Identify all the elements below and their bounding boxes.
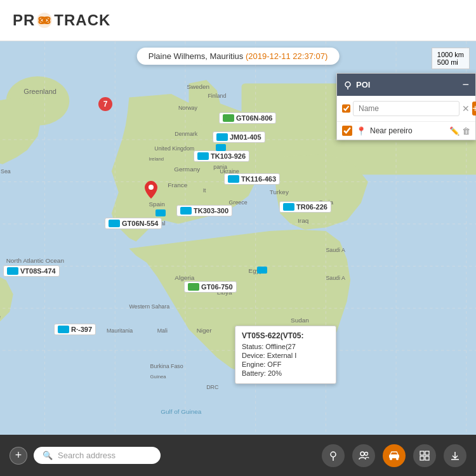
logo-icon xyxy=(36,12,53,29)
location-text: Plaine Wilhems, Mauritius xyxy=(149,51,244,61)
svg-point-70 xyxy=(396,458,399,460)
svg-text:pania: pania xyxy=(213,164,227,171)
svg-text:North Atlantic Ocean: North Atlantic Ocean xyxy=(6,257,64,264)
vehicle-label-JM01-405[interactable]: JM01-405 xyxy=(213,131,265,143)
svg-text:Labrador Sea: Labrador Sea xyxy=(0,168,11,175)
map-area[interactable]: Greenland Sweden Norway Denmark United K… xyxy=(0,41,476,435)
vehicle-label-GT06N-806[interactable]: GT06N-806 xyxy=(219,112,276,124)
svg-text:It: It xyxy=(203,187,206,194)
zoom-in-button[interactable]: + xyxy=(10,447,27,465)
popup-battery: Battery: 20% xyxy=(242,369,329,377)
svg-text:Finland: Finland xyxy=(208,93,226,99)
location-pin-button[interactable] xyxy=(322,444,345,467)
svg-text:Gulf of Guinea: Gulf of Guinea xyxy=(161,408,202,415)
bottom-left-controls: + 🔍 Search address xyxy=(10,447,161,465)
map-cluster-badge[interactable]: 7 xyxy=(98,97,112,111)
poi-add-button[interactable]: + xyxy=(472,102,476,116)
vehicle-icon xyxy=(228,175,239,183)
svg-text:Saudi A: Saudi A xyxy=(326,247,345,253)
svg-text:United Kingdom: United Kingdom xyxy=(154,145,194,152)
scale-mi: 500 mi xyxy=(437,58,464,66)
search-icon: 🔍 xyxy=(43,451,53,460)
svg-text:Germany: Germany xyxy=(174,166,200,173)
svg-text:Denmark: Denmark xyxy=(175,131,197,137)
svg-point-64 xyxy=(331,452,336,457)
vehicle-label-GT06N-554[interactable]: GT06N-554 xyxy=(105,218,162,229)
poi-item-text: Near pereiro xyxy=(370,126,446,135)
vehicle-info-popup: VT05S-622(VT05: Status: Offline(27 Devic… xyxy=(235,326,336,384)
vehicle-dot-vt05 xyxy=(257,267,267,274)
popup-device: Device: External I xyxy=(242,352,329,359)
poi-pin-icon: 📍 xyxy=(356,126,366,136)
download-button[interactable] xyxy=(444,444,466,467)
vehicle-label-TR06-226[interactable]: TR06-226 xyxy=(279,201,331,213)
svg-text:Algeria: Algeria xyxy=(175,274,194,281)
vehicle-icon xyxy=(188,283,199,291)
svg-text:Niger: Niger xyxy=(197,327,212,334)
svg-point-3 xyxy=(43,18,46,22)
popup-status: Status: Offline(27 xyxy=(242,343,329,350)
vehicle-label-VT08S-474[interactable]: VT08S-474 xyxy=(3,265,60,277)
svg-text:Western Sahara: Western Sahara xyxy=(129,303,169,310)
popup-title: VT05S-622(VT05: xyxy=(242,331,329,340)
vehicle-icon xyxy=(197,152,209,160)
vehicle-label-TK303-300[interactable]: TK303-300 xyxy=(176,205,232,216)
svg-rect-71 xyxy=(420,451,424,455)
svg-text:Spain: Spain xyxy=(149,201,164,208)
poi-header: POI − xyxy=(337,74,475,96)
poi-item-near-pereiro[interactable]: 📍 Near pereiro ✏️ 🗑 xyxy=(337,121,475,140)
svg-text:Burkina Faso: Burkina Faso xyxy=(150,363,183,369)
vehicle-icon xyxy=(58,326,69,333)
poi-minimize-button[interactable]: − xyxy=(462,78,469,91)
poi-delete-button[interactable]: 🗑 xyxy=(462,126,470,136)
location-bar: Plaine Wilhems, Mauritius (2019-12-11 22… xyxy=(137,48,340,65)
scale-km: 1000 km xyxy=(437,51,464,58)
svg-rect-74 xyxy=(425,456,429,460)
group-icon xyxy=(358,450,369,461)
poi-edit-button[interactable]: ✏️ xyxy=(449,126,459,136)
svg-point-7 xyxy=(143,133,155,150)
vehicle-icon xyxy=(223,114,234,122)
map-scale: 1000 km 500 mi xyxy=(432,48,470,69)
svg-text:Greenland: Greenland xyxy=(23,88,56,95)
svg-text:DRC: DRC xyxy=(206,384,219,390)
poi-all-checkbox[interactable] xyxy=(342,103,350,114)
car-button[interactable] xyxy=(383,444,406,467)
svg-text:Suriname: Suriname xyxy=(0,314,1,320)
group-button[interactable] xyxy=(352,444,375,467)
svg-point-61 xyxy=(149,185,154,190)
poi-search-input[interactable] xyxy=(353,101,459,116)
poi-title: POI xyxy=(356,80,370,89)
svg-text:France: France xyxy=(168,182,187,188)
svg-text:Greece: Greece xyxy=(229,199,248,206)
svg-text:Mali: Mali xyxy=(157,327,168,334)
svg-text:Saudi A: Saudi A xyxy=(326,275,345,281)
svg-point-66 xyxy=(360,452,364,456)
bottom-bar: + 🔍 Search address xyxy=(0,435,476,476)
poi-item-checkbox[interactable] xyxy=(342,126,352,136)
grid-button[interactable] xyxy=(413,444,436,467)
vehicle-icon xyxy=(283,203,294,211)
vehicle-label-R397[interactable]: R·-397 xyxy=(54,324,96,335)
logo-track-text: TRACK xyxy=(54,11,110,29)
app-header: PR TRACK xyxy=(0,0,476,41)
svg-text:Guinea: Guinea xyxy=(150,374,167,380)
popup-engine: Engine: OFF xyxy=(242,360,329,368)
vehicle-label-GT06-750[interactable]: GT06-750 xyxy=(184,281,237,293)
svg-text:Sudan: Sudan xyxy=(291,317,309,324)
poi-item-actions: ✏️ 🗑 xyxy=(449,126,470,136)
poi-clear-button[interactable]: ✕ xyxy=(462,103,470,114)
svg-rect-73 xyxy=(420,456,424,460)
vehicle-label-TK103-926[interactable]: TK103-926 xyxy=(194,150,249,162)
vehicle-dot-2 xyxy=(216,144,226,151)
svg-text:Ireland: Ireland xyxy=(149,156,164,162)
location-datetime: (2019-12-11 22:37:07) xyxy=(246,51,327,61)
vehicle-dot-1 xyxy=(155,209,166,216)
vehicle-label-TK116-463[interactable]: TK116-463 xyxy=(224,173,280,185)
logo-pro-text: PR xyxy=(13,11,35,29)
svg-text:Iraq: Iraq xyxy=(298,217,308,224)
search-bar[interactable]: 🔍 Search address xyxy=(34,447,161,464)
svg-point-69 xyxy=(390,458,392,460)
svg-text:Mauritania: Mauritania xyxy=(107,327,133,334)
vehicle-icon xyxy=(180,207,192,215)
